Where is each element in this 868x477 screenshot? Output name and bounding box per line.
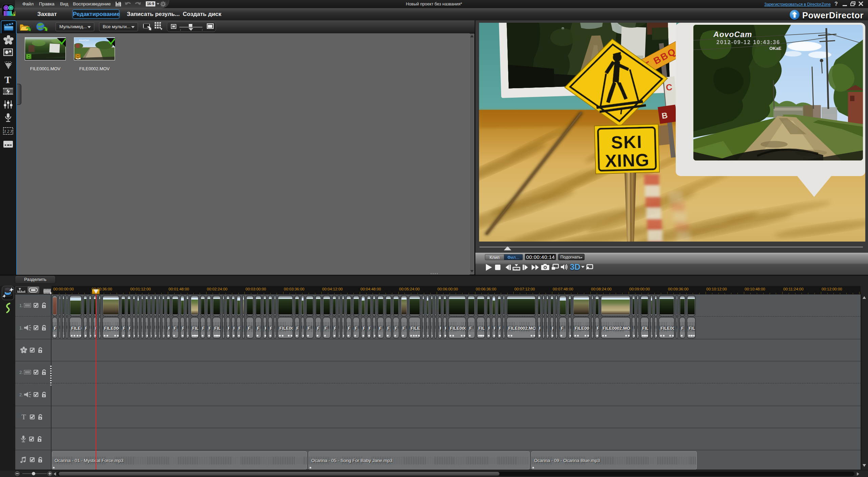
svg-text:AovoCam: AovoCam [713,30,753,39]
svg-text:XING: XING [605,150,650,171]
svg-text:SKI: SKI [611,132,643,152]
svg-text:OKaE: OKaE [769,46,782,51]
svg-text:C: C [666,82,673,92]
svg-text:AovoCam: AovoCam [79,39,90,41]
svg-text:1 2 3: 1 2 3 [4,129,12,134]
svg-text:2012-09-12 10:43:36: 2012-09-12 10:43:36 [716,39,780,45]
